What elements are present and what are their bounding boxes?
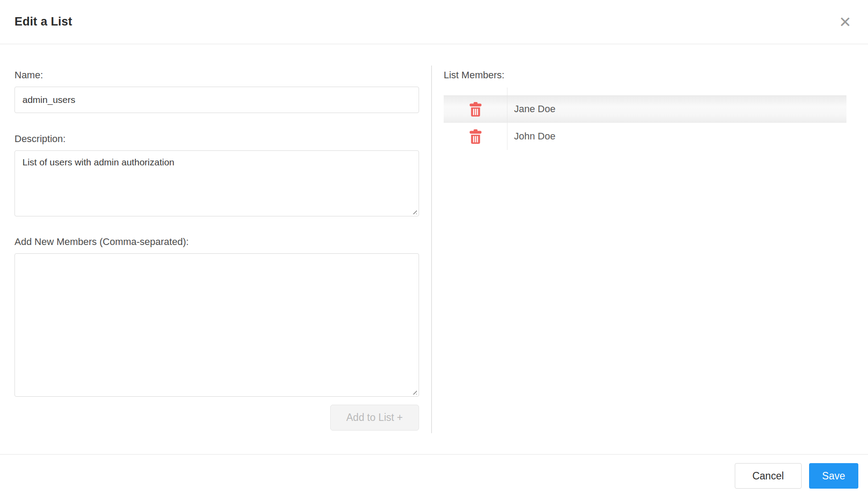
add-button-row: Add to List + xyxy=(15,405,419,431)
edit-list-dialog: Edit a List ✕ Name: Description: List of… xyxy=(0,0,868,497)
trash-icon xyxy=(470,102,481,117)
page-title: Edit a List xyxy=(15,15,72,29)
members-table: Jane Doe xyxy=(444,88,846,150)
cancel-button[interactable]: Cancel xyxy=(735,463,802,489)
form-panel: Name: Description: List of users with ad… xyxy=(0,44,432,454)
description-label: Description: xyxy=(15,133,419,145)
list-item[interactable]: John Doe xyxy=(444,123,846,150)
add-to-list-button[interactable]: Add to List + xyxy=(330,405,419,431)
list-item[interactable]: Jane Doe xyxy=(444,95,846,123)
column-divider xyxy=(431,66,432,433)
dialog-body: Name: Description: List of users with ad… xyxy=(0,44,868,454)
save-button[interactable]: Save xyxy=(809,463,858,489)
close-icon[interactable]: ✕ xyxy=(835,12,855,32)
members-panel: List Members: xyxy=(432,44,868,454)
add-members-textarea[interactable] xyxy=(15,253,419,397)
description-field-wrap: List of users with admin authorization xyxy=(15,150,419,216)
list-members-label: List Members: xyxy=(444,69,846,81)
delete-member-button[interactable] xyxy=(468,128,483,146)
description-textarea[interactable]: List of users with admin authorization xyxy=(15,150,419,216)
name-input[interactable] xyxy=(15,87,419,113)
dialog-header: Edit a List ✕ xyxy=(0,0,868,44)
trash-icon xyxy=(470,129,481,144)
dialog-footer: Cancel Save xyxy=(0,454,868,497)
add-members-label: Add New Members (Comma-separated): xyxy=(15,236,419,248)
member-name: Jane Doe xyxy=(507,96,846,122)
add-members-field-wrap xyxy=(15,253,419,397)
name-label: Name: xyxy=(15,69,419,81)
member-name: John Doe xyxy=(507,123,846,150)
members-table-header xyxy=(444,88,846,95)
delete-member-button[interactable] xyxy=(468,100,483,118)
